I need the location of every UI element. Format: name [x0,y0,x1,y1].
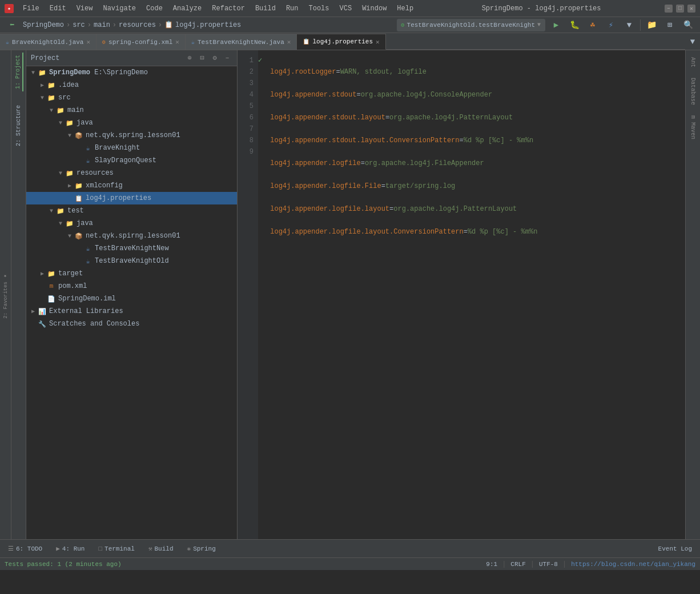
run-label: 4: Run [62,545,85,552]
maximize-button[interactable]: □ [676,5,684,13]
tab-close-braveknight[interactable]: ✕ [86,38,90,46]
tree-item-src[interactable]: ▼ 📁 src [26,91,237,104]
tree-item-slaydragonquest[interactable]: ☕ SlayDragonQuest [26,154,237,167]
project-collapse-icon[interactable]: ⊟ [197,53,207,63]
line-num-9: 9 [238,146,254,158]
run-config-dropdown[interactable]: ▼ [537,22,541,28]
tree-item-target[interactable]: ▶ 📁 target [26,267,237,280]
menu-view[interactable]: View [72,3,98,14]
spring-tab[interactable]: ❋ Spring [184,544,219,553]
tree-item-scratches[interactable]: 🔧 Scratches and Consoles [26,318,237,330]
tree-item-braveknight[interactable]: ☕ BraveKnight [26,142,237,154]
project-structure-button[interactable]: 📁 [644,18,659,33]
menu-help[interactable]: Help [392,3,418,14]
more-run-button[interactable]: ▼ [622,18,637,33]
tree-item-extlibs[interactable]: ▶ 📊 External Libraries [26,305,237,318]
ant-panel[interactable]: Ant [689,53,697,72]
tree-item-xmlconfig[interactable]: ▶ 📁 xmlconfig [26,179,237,192]
menu-build[interactable]: Build [251,3,280,14]
panel-project[interactable]: 1: Project [14,53,23,91]
editor-content[interactable]: log4j.rootLogger=WARN, stdout, logfile l… [263,50,685,539]
back-button[interactable]: ⬅ [5,18,19,33]
tree-item-testpackage[interactable]: ▼ 📦 net.qyk.spirng.lesson01 [26,230,237,242]
tab-testbraveknight[interactable]: ☕ TestBraveKnightNew.java ✕ [186,34,297,50]
run-config-selector[interactable]: ⚙ TestBraveKnightOld.testBraveKnight ▼ [397,19,545,31]
tab-springconfig[interactable]: ⚙ spring-config.xml ✕ [96,34,186,50]
tab-log4j[interactable]: 📋 log4j.properties ✕ [297,34,385,50]
database-panel[interactable]: Database [689,73,697,110]
tree-item-java[interactable]: ▼ 📁 java [26,117,237,129]
tree-item-pom[interactable]: m pom.xml [26,280,237,292]
file-encoding[interactable]: UTF-8 [539,561,558,568]
run-button[interactable]: ▶ [549,18,564,33]
terminal-tab[interactable]: □ Terminal [95,544,138,553]
project-close-icon[interactable]: – [222,53,232,63]
tab-list-button[interactable]: ▼ [685,34,700,50]
bottom-panel: ☰ 6: TODO ▶ 4: Run □ Terminal ⚒ Build ❋ … [0,539,700,557]
tree-item-testbraveknightnew[interactable]: ☕ TestBraveKnightNew [26,242,237,255]
tree-item-log4j[interactable]: 📋 log4j.properties [26,192,237,204]
run-tab[interactable]: ▶ 4: Run [53,544,88,553]
coverage-button[interactable]: ☘ [585,18,600,33]
left-panel-strip: 1: Project 2: Structure [11,50,26,539]
minimize-button[interactable]: – [665,5,673,13]
code-line-3: log4j.appender.stdout.layout=org.apache.… [270,112,678,123]
line-ending[interactable]: CRLF [510,561,525,568]
tree-item-main[interactable]: ▼ 📁 main [26,104,237,117]
tree-item-test[interactable]: ▼ 📁 test [26,204,237,217]
java-icon-slaydragonquest: ☕ [83,156,92,165]
tree-item-testjava[interactable]: ▼ 📁 java [26,217,237,230]
url-link[interactable]: https://blog.csdn.net/qian_yikang [571,561,695,568]
maven-panel[interactable]: m Maven [689,111,697,144]
menu-tools[interactable]: Tools [304,3,334,14]
run-config-icon: ⚙ [401,22,405,29]
panel-structure[interactable]: 2: Structure [14,103,23,148]
breadcrumb-resources[interactable]: resources [119,21,156,29]
extlibs-icon: 📊 [38,307,47,316]
tree-item-iml[interactable]: 📄 SpringDemo.iml [26,292,237,305]
line-num-8: 8 [238,135,254,146]
project-panel-title: Project [31,54,181,62]
tree-item-package[interactable]: ▼ 📦 net.qyk.spring.lesson01 [26,129,237,142]
breadcrumb-main[interactable]: main [94,21,110,29]
favorites-label[interactable]: ★ [3,271,9,282]
favorites-panel: ★ 2: Favorites [0,50,11,539]
todo-tab[interactable]: ☰ 6: TODO [5,544,46,553]
profile-button[interactable]: ⚡ [604,18,618,33]
tab-close-testbraveknight[interactable]: ✕ [287,38,291,46]
breadcrumb-springdemo[interactable]: SpringDemo [23,21,64,29]
project-locate-icon[interactable]: ⊕ [184,53,195,63]
menu-run[interactable]: Run [281,3,303,14]
menu-edit[interactable]: Edit [45,3,71,14]
build-tab[interactable]: ⚒ Build [145,544,177,553]
tab-braveknight[interactable]: ☕ BraveKnightOld.java ✕ [0,34,96,50]
breadcrumb-toolbar: ⬅ SpringDemo › src › main › resources › … [0,17,700,33]
tree-item-testbraveknightold[interactable]: ☕ TestBraveKnightOld [26,255,237,267]
menu-code[interactable]: Code [142,3,167,14]
breadcrumb-file[interactable]: log4j.properties [175,21,241,29]
menu-refactor[interactable]: Refactor [207,3,250,14]
menu-analyze[interactable]: Analyze [168,3,206,14]
event-log-tab[interactable]: Event Log [655,544,695,553]
search-everywhere-button[interactable]: 🔍 [681,18,695,33]
project-settings-icon[interactable]: ⚙ [210,53,220,63]
tab-close-log4j[interactable]: ✕ [376,38,380,46]
menu-file[interactable]: File [18,3,44,14]
close-button[interactable]: ✕ [687,5,695,13]
menu-navigate[interactable]: Navigate [98,3,140,14]
run-icon: ▶ [56,545,60,552]
debug-button[interactable]: 🐛 [567,18,582,33]
tree-item-resources[interactable]: ▼ 📁 resources [26,167,237,179]
menu-window[interactable]: Window [357,3,391,14]
tree-item-idea[interactable]: ▶ 📁 .idea [26,79,237,91]
tree-item-root[interactable]: ▼ 📁 SpringDemo E:\SpringDemo [26,66,237,79]
statusbar: Tests passed: 1 (2 minutes ago) 9:1 | CR… [0,557,700,570]
cursor-position[interactable]: 9:1 [486,561,497,568]
breadcrumb-src[interactable]: src [73,21,85,29]
tree-label-testbraveknightnew: TestBraveKnightNew [95,244,169,252]
menu-vcs[interactable]: VCS [335,3,357,14]
favorites-text-label[interactable]: 2: Favorites [3,282,9,319]
arrow-extlibs: ▶ [29,307,38,316]
tab-close-springconfig[interactable]: ✕ [175,38,179,46]
layout-button[interactable]: ⊞ [662,18,677,33]
